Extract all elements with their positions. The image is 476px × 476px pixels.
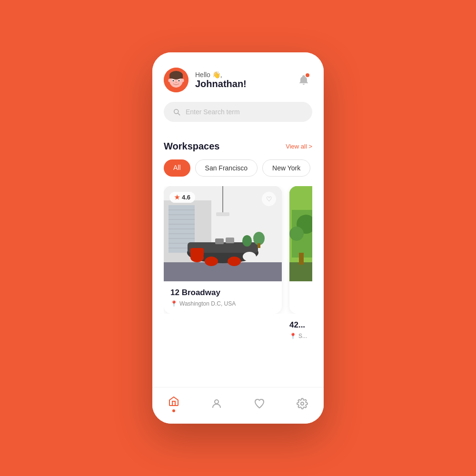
- card-favorite-button[interactable]: ♡: [262, 192, 276, 206]
- svg-rect-3: [169, 75, 183, 79]
- workspace-card-partial[interactable]: [289, 186, 312, 314]
- bottom-nav: [152, 387, 324, 424]
- card-info: 12 Broadway 📍 Washington D.C, USA: [164, 281, 282, 314]
- filter-san-francisco[interactable]: San Francisco: [195, 159, 258, 177]
- nav-favorites[interactable]: [253, 397, 266, 410]
- filter-new-york[interactable]: New York: [262, 159, 310, 177]
- hello-line: Hello 👋,: [195, 71, 247, 79]
- svg-point-44: [289, 227, 304, 241]
- svg-point-8: [175, 82, 177, 83]
- svg-rect-45: [299, 253, 304, 265]
- svg-point-36: [243, 252, 256, 261]
- location-text: Washington D.C, USA: [179, 300, 236, 307]
- svg-rect-38: [215, 238, 224, 244]
- svg-point-32: [242, 235, 252, 247]
- svg-rect-29: [216, 212, 229, 216]
- header: Hello 👋, Johnathan!: [152, 52, 324, 102]
- svg-rect-37: [190, 248, 204, 257]
- partial-card-image: [289, 186, 312, 281]
- svg-point-30: [253, 232, 265, 245]
- svg-point-7: [178, 80, 180, 81]
- card2-footer: 42... 📍 S...: [289, 320, 323, 339]
- workspace-card-broadway[interactable]: ★ 4.6 ♡ 12 Broadway 📍 Washington D.C, US…: [164, 186, 282, 314]
- filter-all[interactable]: All: [164, 159, 190, 177]
- home-active-dot: [172, 409, 175, 412]
- card2-title: 42...: [289, 320, 323, 330]
- svg-rect-41: [289, 262, 312, 281]
- header-left: Hello 👋, Johnathan!: [164, 68, 247, 92]
- svg-rect-39: [226, 238, 234, 243]
- nav-profile[interactable]: [210, 397, 223, 410]
- profile-icon: [210, 397, 223, 410]
- greeting-text: Hello 👋, Johnathan!: [195, 71, 247, 89]
- username: Johnathan!: [195, 79, 247, 89]
- svg-point-9: [169, 79, 171, 82]
- section-header: Workspaces View all >: [164, 141, 312, 152]
- avatar[interactable]: [164, 68, 188, 92]
- card2-location-text: S...: [298, 333, 307, 339]
- section-title: Workspaces: [164, 141, 219, 152]
- heart-nav-icon: [253, 397, 266, 410]
- card2-location: 📍 S...: [289, 333, 323, 339]
- nav-settings[interactable]: [296, 397, 308, 410]
- bell-button[interactable]: [295, 71, 312, 89]
- star-icon: ★: [174, 194, 180, 201]
- svg-point-46: [215, 400, 218, 404]
- svg-point-6: [173, 80, 174, 81]
- location-pin-icon: 📍: [170, 300, 178, 307]
- svg-point-35: [228, 257, 241, 266]
- workspace-cards-row: ★ 4.6 ♡ 12 Broadway 📍 Washington D.C, US…: [164, 186, 312, 314]
- rating-value: 4.6: [182, 194, 190, 201]
- search-section: Enter Search term: [152, 102, 324, 131]
- svg-rect-31: [258, 243, 260, 248]
- card-image-broadway: ★ 4.6 ♡: [164, 186, 282, 281]
- svg-point-47: [301, 402, 304, 405]
- card-title: 12 Broadway: [170, 288, 275, 298]
- search-icon: [172, 108, 181, 116]
- svg-rect-13: [164, 262, 282, 281]
- phone-content: Hello 👋, Johnathan! Enter Search term: [152, 52, 324, 424]
- view-all-link[interactable]: View all >: [286, 143, 312, 150]
- notification-dot: [306, 73, 309, 77]
- search-bar[interactable]: Enter Search term: [164, 102, 312, 122]
- svg-point-10: [182, 79, 184, 82]
- card-rating: ★ 4.6: [169, 192, 195, 203]
- settings-icon: [296, 397, 308, 410]
- home-icon: [168, 395, 180, 407]
- card-titles-row: 42... 📍 S...: [164, 314, 312, 339]
- search-placeholder: Enter Search term: [186, 108, 240, 116]
- filter-pills: All San Francisco New York: [164, 159, 312, 177]
- card2-pin-icon: 📍: [289, 333, 297, 339]
- nav-home[interactable]: [168, 395, 180, 412]
- card-location: 📍 Washington D.C, USA: [170, 300, 275, 307]
- workspaces-section: Workspaces View all > All San Francisco …: [152, 131, 324, 387]
- phone-frame: Hello 👋, Johnathan! Enter Search term: [152, 52, 324, 424]
- svg-point-34: [205, 257, 218, 266]
- card1-footer: [164, 320, 282, 339]
